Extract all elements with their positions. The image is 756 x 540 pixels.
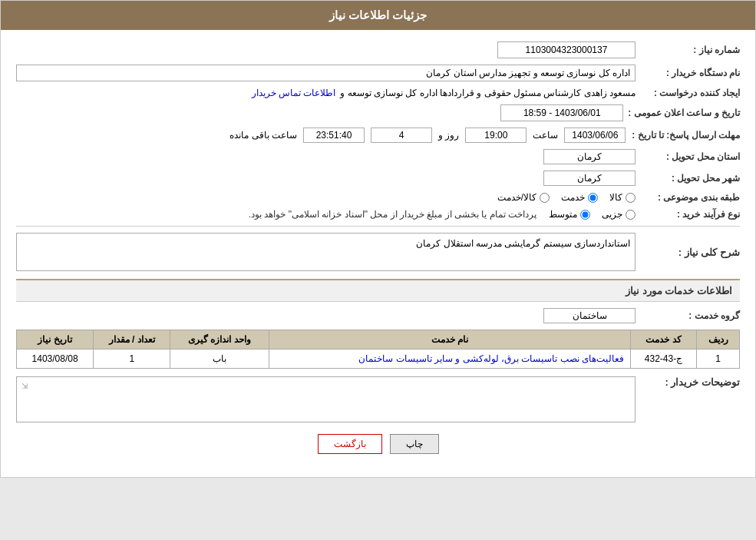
radio-kala[interactable] <box>626 193 636 203</box>
need-number-row: شماره نیاز : 1103004323000137 <box>16 41 740 58</box>
divider-1 <box>16 226 740 227</box>
buyer-notes-row: توضیحات خریدار : ⇲ <box>16 376 740 422</box>
cell-qty: 1 <box>94 350 170 369</box>
service-group-value: ساختمان <box>543 308 636 323</box>
buyer-org-label: نام دستگاه خریدار : <box>640 68 740 78</box>
category-khedmat: خدمت <box>561 192 598 203</box>
buyer-notes-label: توضیحات خریدار : <box>640 376 740 388</box>
deadline-remaining: 23:51:40 <box>303 128 365 143</box>
radio-khedmat[interactable] <box>588 193 598 203</box>
purchase-type-label: نوع فرآیند خرید : <box>640 209 740 220</box>
description-row: شرح کلی نیاز : استانداردسازی سیستم گرمای… <box>16 233 740 271</box>
purchase-type-note: پرداخت تمام یا بخشی از مبلغ خریدار از مح… <box>249 209 536 220</box>
description-label: شرح کلی نیاز : <box>640 247 740 258</box>
service-group-row: گروه خدمت : ساختمان <box>16 308 740 323</box>
purchase-type-row: نوع فرآیند خرید : جزیی متوسط پرداخت تمام… <box>16 209 740 220</box>
city-row: شهر محل تحویل : کرمان <box>16 171 740 186</box>
radio-jozi-label: جزیی <box>602 209 622 220</box>
print-button[interactable]: چاپ <box>390 434 439 454</box>
category-kala-khedmat: کالا/خدمت <box>497 192 550 203</box>
province-label: استان محل تحویل : <box>640 151 740 162</box>
radio-motavaset[interactable] <box>580 210 590 220</box>
description-value: استانداردسازی سیستم گرمایشی مدرسه استقلا… <box>16 233 636 271</box>
day-label: روز و <box>438 130 459 141</box>
cell-name: فعالیت‌های نصب تاسیسات برق، لوله‌کشی و س… <box>269 350 630 369</box>
cell-rownum: 1 <box>697 350 740 369</box>
button-row: چاپ بازگشت <box>16 434 740 454</box>
city-value: کرمان <box>543 171 636 186</box>
radio-kala-khedmat-label: کالا/خدمت <box>497 192 536 203</box>
col-date: تاریخ نیاز <box>17 330 94 350</box>
col-name: نام خدمت <box>269 330 630 350</box>
purchase-type-radio-group: جزیی متوسط <box>549 209 636 220</box>
city-label: شهر محل تحویل : <box>640 173 740 184</box>
category-label: طبقه بندی موضوعی : <box>640 192 740 203</box>
radio-khedmat-label: خدمت <box>561 192 585 203</box>
need-number-label: شماره نیاز : <box>640 45 740 55</box>
radio-motavaset-label: متوسط <box>549 209 577 220</box>
buyer-notes-value: ⇲ <box>16 376 636 422</box>
category-row: طبقه بندی موضوعی : کالا خدمت کالا/خدمت <box>16 192 740 203</box>
created-by-label: ایجاد کننده درخواست : <box>640 88 740 98</box>
announce-datetime-row: تاریخ و ساعت اعلان عمومی : 1403/06/01 - … <box>16 104 740 121</box>
col-rownum: ردیف <box>697 330 740 350</box>
col-code: کد خدمت <box>630 330 696 350</box>
back-button[interactable]: بازگشت <box>318 434 382 454</box>
time-label: ساعت <box>533 130 558 141</box>
radio-jozi[interactable] <box>626 210 636 220</box>
deadline-date: 1403/06/06 <box>564 128 626 143</box>
province-row: استان محل تحویل : کرمان <box>16 149 740 164</box>
services-section-header: اطلاعات خدمات مورد نیاز <box>16 279 740 302</box>
created-by-row: ایجاد کننده درخواست : مسعود زاهدی کارشنا… <box>16 88 740 98</box>
table-row: 1 ج-43-432 فعالیت‌های نصب تاسیسات برق، ل… <box>17 350 740 369</box>
purchase-motavaset: متوسط <box>549 209 590 220</box>
deadline-day: 4 <box>371 128 432 143</box>
category-radio-group: کالا خدمت کالا/خدمت <box>497 192 636 203</box>
deadline-label: مهلت ارسال پاسخ: تا تاریخ : <box>632 130 740 141</box>
radio-kala-label: کالا <box>609 192 622 203</box>
need-number-value: 1103004323000137 <box>497 41 636 58</box>
contact-info-link[interactable]: اطلاعات تماس خریدار <box>252 88 336 98</box>
buyer-org-value: اداره کل نوسازی توسعه و تجهیز مدارس استا… <box>16 65 636 81</box>
announce-datetime-value: 1403/06/01 - 18:59 <box>500 104 623 121</box>
created-by-value: مسعود زاهدی کارشناس مسئول حقوقی و قراردا… <box>340 88 636 98</box>
radio-kala-khedmat[interactable] <box>540 193 550 203</box>
announce-datetime-label: تاریخ و ساعت اعلان عمومی : <box>628 108 740 118</box>
service-group-label: گروه خدمت : <box>640 310 740 321</box>
deadline-row: مهلت ارسال پاسخ: تا تاریخ : 1403/06/06 س… <box>16 128 740 143</box>
page-title: جزئیات اطلاعات نیاز <box>329 8 427 22</box>
page-header: جزئیات اطلاعات نیاز <box>1 1 755 30</box>
cell-date: 1403/08/08 <box>17 350 94 369</box>
purchase-jozi: جزیی <box>602 209 636 220</box>
province-value: کرمان <box>543 149 636 164</box>
cell-unit: باب <box>170 350 269 369</box>
deadline-time: 19:00 <box>465 128 527 143</box>
buyer-org-row: نام دستگاه خریدار : اداره کل نوسازی توسع… <box>16 65 740 81</box>
remaining-label: ساعت باقی مانده <box>229 130 297 141</box>
notes-resize-icon: ⇲ <box>21 382 28 390</box>
services-table: ردیف کد خدمت نام خدمت واحد اندازه گیری ت… <box>16 330 740 369</box>
category-kala: کالا <box>609 192 636 203</box>
col-qty: تعداد / مقدار <box>94 330 170 350</box>
col-unit: واحد اندازه گیری <box>170 330 269 350</box>
cell-code: ج-43-432 <box>630 350 696 369</box>
